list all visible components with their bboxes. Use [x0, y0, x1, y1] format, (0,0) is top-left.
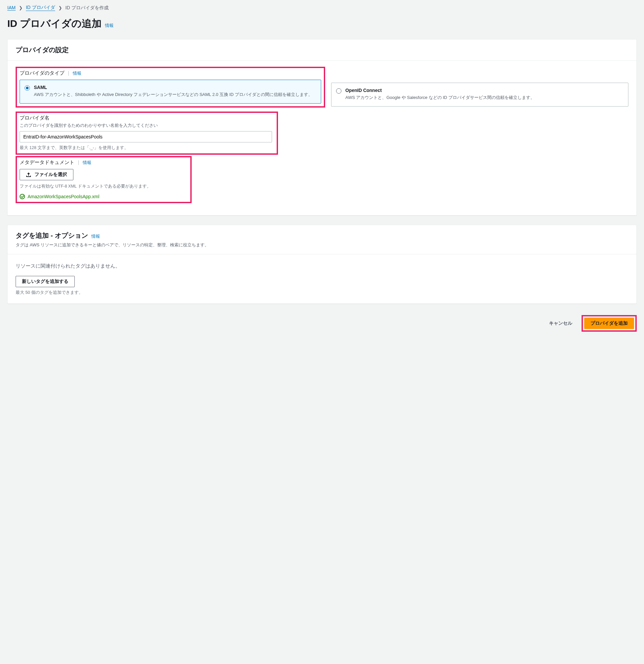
breadcrumb: IAM ❯ ID プロバイダ ❯ ID プロバイダを作成	[7, 5, 637, 11]
provider-config-header: プロバイダの設定	[8, 40, 636, 61]
openid-tile-desc: AWS アカウントと、Google や Salesforce などの ID プロ…	[345, 94, 535, 101]
page-title: ID プロバイダの追加	[7, 17, 102, 30]
metadata-info-link[interactable]: 情報	[83, 160, 91, 166]
check-circle-icon	[20, 194, 25, 199]
tags-title: タグを追加 - オプション	[16, 231, 88, 240]
radio-icon	[336, 88, 341, 94]
metadata-file-hint: ファイルは有効な UTF-8 XML ドキュメントである必要があります。	[20, 184, 188, 189]
breadcrumb-iam[interactable]: IAM	[7, 5, 16, 11]
provider-config-panel: プロバイダの設定 プロバイダのタイプ 情報 SAML AWS アカウントと、Sh…	[7, 39, 637, 215]
radio-icon	[25, 85, 30, 91]
metadata-label-row: メタデータドキュメント 情報	[20, 159, 188, 166]
uploaded-file-name: AmazonWorkSpacesPoolsApp.xml	[27, 194, 99, 199]
highlight-provider-name: プロバイダ名 このプロバイダを識別するためのわかりやすい名前を入力してください …	[16, 111, 278, 155]
tags-header: タグを追加 - オプション 情報 タグは AWS リソースに追加できるキーと値の…	[8, 225, 636, 254]
saml-tile-title: SAML	[34, 85, 313, 90]
tags-empty-text: リソースに関連付けられたタグはありません。	[16, 260, 628, 276]
action-row: キャンセル プロバイダを追加	[7, 313, 637, 332]
divider	[78, 160, 79, 165]
highlight-submit: プロバイダを追加	[582, 315, 637, 332]
provider-type-label-row: プロバイダのタイプ 情報	[20, 70, 321, 76]
choose-file-label: ファイルを選択	[35, 172, 67, 178]
highlight-metadata: メタデータドキュメント 情報 ファイルを選択 ファイルは有効な UTF-8 XM…	[16, 156, 192, 203]
add-provider-button[interactable]: プロバイダを追加	[584, 318, 634, 329]
page-title-row: ID プロバイダの追加 情報	[7, 17, 637, 30]
provider-name-label: プロバイダ名	[20, 115, 274, 121]
breadcrumb-current: ID プロバイダを作成	[65, 5, 108, 11]
provider-type-label: プロバイダのタイプ	[20, 70, 64, 76]
provider-name-input[interactable]	[20, 131, 272, 142]
provider-type-openid-tile[interactable]: OpenID Connect AWS アカウントと、Google や Sales…	[331, 83, 628, 107]
tags-constraint: 最大 50 個のタグを追加できます。	[16, 290, 628, 295]
add-tag-label: 新しいタグを追加する	[22, 278, 68, 285]
divider	[68, 71, 69, 76]
provider-type-info-link[interactable]: 情報	[73, 70, 81, 76]
tags-panel: タグを追加 - オプション 情報 タグは AWS リソースに追加できるキーと値の…	[7, 225, 637, 304]
chevron-right-icon: ❯	[58, 5, 62, 10]
cancel-label: キャンセル	[549, 320, 572, 326]
uploaded-file-status: AmazonWorkSpacesPoolsApp.xml	[20, 194, 188, 199]
add-tag-button[interactable]: 新しいタグを追加する	[16, 276, 75, 287]
tags-desc: タグは AWS リソースに追加できるキーと値のペアで、リソースの特定、整理、検索…	[16, 242, 628, 248]
provider-name-desc: このプロバイダを識別するためのわかりやすい名前を入力してください	[20, 123, 274, 128]
metadata-label: メタデータドキュメント	[20, 159, 74, 166]
provider-type-saml-tile[interactable]: SAML AWS アカウントと、Shibboleth や Active Dire…	[20, 80, 321, 104]
provider-name-constraint: 最大 128 文字まで、英数字または「._-」を使用します。	[20, 145, 274, 151]
tags-info-link[interactable]: 情報	[91, 233, 100, 240]
choose-file-button[interactable]: ファイルを選択	[20, 169, 74, 180]
highlight-provider-type: プロバイダのタイプ 情報 SAML AWS アカウントと、Shibboleth …	[16, 67, 325, 108]
openid-tile-title: OpenID Connect	[345, 88, 535, 93]
upload-icon	[26, 172, 31, 177]
breadcrumb-providers[interactable]: ID プロバイダ	[26, 5, 55, 11]
cancel-button[interactable]: キャンセル	[544, 318, 577, 329]
chevron-right-icon: ❯	[19, 5, 23, 10]
add-provider-label: プロバイダを追加	[590, 320, 628, 326]
saml-tile-desc: AWS アカウントと、Shibboleth や Active Directory…	[34, 91, 313, 98]
provider-config-title: プロバイダの設定	[16, 45, 628, 55]
page-title-info-link[interactable]: 情報	[105, 23, 114, 28]
